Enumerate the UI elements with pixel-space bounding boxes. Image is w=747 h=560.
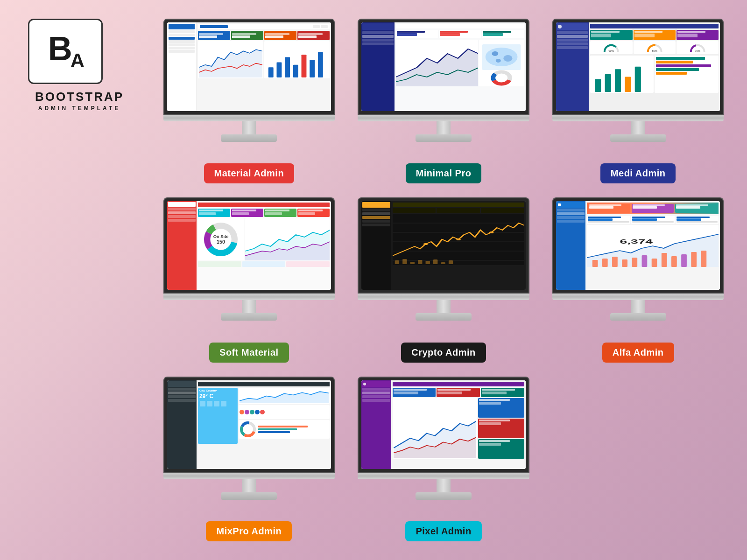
mixpro-sidebar (167, 380, 197, 469)
soft-charts: On Site 150 (198, 218, 330, 260)
template-material-admin[interactable]: Material Admin (159, 19, 339, 183)
svg-point-9 (492, 51, 499, 56)
template-alfa-admin[interactable]: 6,374 Alfa Admin (548, 197, 728, 362)
crypto-chart (393, 214, 524, 265)
alfa-topbar (587, 203, 719, 214)
logo-title: BOOTSTRAP (28, 90, 131, 104)
medi-sidebar (556, 22, 589, 111)
soft-sidebar (167, 201, 197, 290)
badge-medi-admin[interactable]: Medi Admin (600, 163, 676, 183)
screen-content (167, 22, 331, 111)
svg-rect-42 (410, 262, 414, 264)
badge-alfa-admin[interactable]: Alfa Admin (602, 343, 674, 363)
svg-point-15 (497, 75, 506, 81)
ma-chart-bar (264, 41, 330, 78)
monitor-base (416, 134, 472, 142)
template-soft-material[interactable]: On Site 150 (159, 197, 339, 362)
screen-material-admin (167, 22, 331, 111)
pixel-stat-3 (481, 388, 524, 397)
monitor-neck (437, 300, 451, 313)
pixel-stat-2 (437, 388, 480, 397)
soft-stat-row (198, 209, 330, 217)
mp-stat-1 (396, 30, 438, 38)
badge-material-admin[interactable]: Material Admin (204, 163, 295, 183)
badge-crypto-admin[interactable]: Crypto Admin (401, 343, 486, 363)
svg-text:80%: 80% (652, 49, 657, 52)
svg-point-11 (496, 59, 501, 63)
svg-rect-2 (285, 57, 290, 77)
monitor-bezel (552, 115, 724, 121)
soft-stat-4 (297, 209, 330, 217)
mixpro-topbar (198, 382, 330, 386)
template-medi-admin[interactable]: 90% 80% (548, 19, 728, 183)
monitor-crypto-admin (353, 197, 534, 337)
screen-minimal-pro (361, 22, 525, 111)
pixel-stat-row (393, 388, 524, 397)
screen-crypto-admin (361, 201, 525, 290)
badge-soft-material[interactable]: Soft Material (209, 343, 289, 363)
screen-wrapper (358, 19, 529, 115)
template-minimal-pro[interactable]: Minimal Pro (353, 19, 534, 183)
pixel-main (391, 380, 526, 469)
mp-topbar (396, 24, 524, 28)
ma-chart-row (198, 41, 330, 78)
svg-rect-22 (625, 77, 631, 92)
svg-rect-52 (622, 259, 627, 267)
monitor-material-admin (159, 19, 339, 159)
template-pixel-admin[interactable]: Pixel Admin (353, 377, 534, 541)
badge-pixel-admin[interactable]: Pixel Admin (405, 521, 481, 541)
screen-wrapper (358, 197, 529, 294)
mp-stat-2 (439, 30, 481, 38)
svg-rect-50 (602, 259, 608, 267)
soft-stat-3 (264, 209, 296, 217)
alfa-main: 6,374 (585, 201, 720, 290)
ma-stat-row (198, 31, 330, 40)
monitor-bezel (358, 115, 529, 121)
svg-rect-3 (293, 65, 298, 77)
svg-rect-23 (635, 67, 641, 92)
badge-mixpro-admin[interactable]: MixPro Admin (206, 521, 292, 541)
monitor-base (416, 492, 472, 500)
svg-rect-47 (448, 260, 452, 264)
screen-pixel-admin (361, 380, 525, 469)
alfa-chart: 6,374 (587, 225, 719, 267)
monitor-neck (437, 479, 451, 492)
svg-rect-59 (691, 252, 697, 267)
monitor-minimal-pro (353, 19, 534, 159)
monitor-bezel (358, 294, 529, 300)
svg-rect-51 (612, 257, 618, 267)
crypto-stat-2 (437, 208, 480, 213)
screen-content (361, 380, 525, 469)
template-mixpro-admin[interactable]: City, Country 29° C (159, 377, 339, 541)
badge-minimal-pro[interactable]: Minimal Pro (406, 163, 482, 183)
monitor-base (610, 313, 666, 321)
alfa-sidebar (556, 201, 585, 290)
crypto-stats (393, 208, 524, 213)
svg-rect-6 (318, 52, 323, 77)
svg-text:On Site: On Site (213, 235, 229, 239)
svg-rect-1 (276, 62, 282, 77)
medi-main: 90% 80% (589, 22, 720, 111)
mp-map (479, 40, 524, 86)
monitor-pixel-admin (353, 377, 534, 517)
svg-text:6,374: 6,374 (620, 238, 653, 245)
svg-rect-21 (615, 69, 621, 92)
svg-rect-20 (605, 74, 611, 92)
crypto-sidebar (361, 201, 391, 290)
mixpro-rest (239, 388, 330, 444)
monitor-base (221, 313, 277, 321)
monitor-bezel (163, 473, 335, 479)
screen-content: City, Country 29° C (167, 380, 331, 469)
svg-text:150: 150 (217, 239, 225, 245)
monitor-base (221, 492, 277, 500)
svg-text:70%: 70% (695, 49, 700, 52)
template-crypto-admin[interactable]: Crypto Admin (353, 197, 534, 362)
svg-rect-41 (402, 259, 407, 264)
monitor-neck (631, 121, 645, 134)
ma-stat-1 (198, 31, 230, 40)
svg-rect-60 (701, 251, 707, 267)
logo-subtitle: BOOTSTRAP ADMIN TEMPLATE (28, 90, 131, 112)
svg-rect-46 (441, 262, 445, 264)
screen-wrapper: 6,374 (552, 197, 724, 294)
logo-area: BA BOOTSTRAP ADMIN TEMPLATE (28, 19, 131, 112)
